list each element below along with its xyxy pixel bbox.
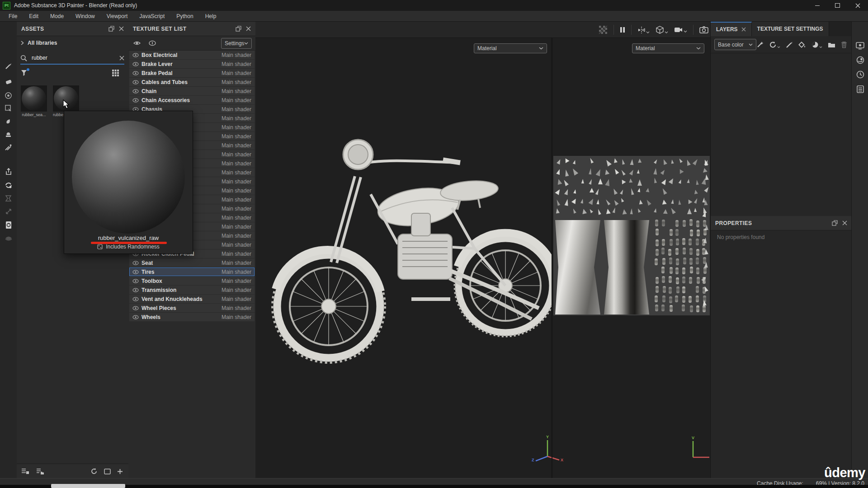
visibility-eye-icon[interactable]: [132, 80, 139, 84]
tab-layers[interactable]: LAYERS: [711, 22, 752, 36]
visibility-eye-icon[interactable]: [132, 306, 139, 310]
eraser-tool-button[interactable]: [0, 75, 17, 88]
visibility-eye-icon[interactable]: [132, 261, 139, 265]
visibility-sync-button[interactable]: [133, 40, 141, 47]
close-icon[interactable]: [246, 26, 251, 31]
log-button[interactable]: [852, 82, 868, 96]
shading-mode-dropdown-uv[interactable]: Material: [632, 43, 704, 53]
visibility-eye-icon[interactable]: [132, 53, 139, 57]
screenshot-button[interactable]: [699, 26, 708, 33]
clear-search-icon[interactable]: [119, 56, 124, 61]
bake-button[interactable]: [0, 192, 17, 205]
video-progress-fill[interactable]: [51, 484, 125, 488]
filter-button[interactable]: [20, 69, 28, 77]
camera-projection-button[interactable]: [656, 26, 668, 34]
folder-view-button[interactable]: [36, 468, 44, 474]
visibility-eye-icon[interactable]: [132, 288, 139, 292]
video-progress-track[interactable]: [0, 485, 868, 488]
pause-engine-button[interactable]: [620, 27, 625, 33]
resources-updater-button[interactable]: [0, 219, 17, 231]
minimize-button[interactable]: [807, 0, 827, 11]
add-effect-button[interactable]: [756, 41, 764, 48]
list-view-button[interactable]: [21, 468, 29, 474]
texture-set-row[interactable]: Wheel Pieces Main shader: [129, 304, 255, 312]
visibility-eye-icon[interactable]: [132, 98, 139, 103]
clone-tool-button[interactable]: [0, 128, 17, 141]
texture-set-row[interactable]: Vent and Knuckleheads Main shader: [129, 295, 255, 303]
shader-settings-button[interactable]: [852, 53, 868, 67]
texture-set-row[interactable]: Brake Pedal Main shader: [129, 69, 255, 77]
grid-view-button[interactable]: [112, 70, 119, 76]
close-icon[interactable]: [741, 27, 746, 32]
add-paint-layer-button[interactable]: [786, 41, 793, 48]
assets-panel-title: ASSETS: [17, 26, 44, 32]
texture-set-row[interactable]: Wheels Main shader: [129, 313, 255, 321]
texture-set-row[interactable]: Cables and Tubes Main shader: [129, 78, 255, 86]
smart-materials-button[interactable]: [0, 179, 17, 192]
camera-settings-button[interactable]: [674, 27, 687, 33]
visibility-eye-icon[interactable]: [132, 89, 139, 94]
viewport-split-divider[interactable]: [552, 38, 552, 478]
popout-icon[interactable]: [236, 26, 241, 32]
search-input[interactable]: [31, 54, 116, 61]
export-button[interactable]: [0, 165, 17, 178]
transform-button[interactable]: [0, 205, 17, 218]
texture-set-row[interactable]: Box Electrical Main shader: [129, 51, 255, 59]
visibility-eye-icon[interactable]: [132, 315, 139, 319]
material-picker-tool-button[interactable]: [0, 141, 17, 154]
viewport-main[interactable]: Material Material: [255, 38, 710, 478]
texture-set-row[interactable]: Chain Accessories Main shader: [129, 96, 255, 104]
all-libraries-selector[interactable]: All libraries: [20, 40, 57, 46]
popout-icon[interactable]: [108, 26, 114, 32]
texture-set-row[interactable]: Tires Main shader: [129, 267, 255, 276]
menu-item[interactable]: Python: [170, 11, 199, 22]
smudge-tool-button[interactable]: [0, 115, 17, 128]
motorcycle-3d-model[interactable]: [262, 131, 552, 371]
maximize-button[interactable]: [827, 0, 848, 11]
menu-item[interactable]: Help: [199, 11, 222, 22]
texture-set-row[interactable]: Seat Main shader: [129, 258, 255, 267]
popout-icon[interactable]: [832, 220, 838, 226]
close-button[interactable]: [848, 0, 868, 11]
visibility-eye-icon[interactable]: [132, 279, 139, 283]
shading-mode-dropdown-3d[interactable]: Material: [474, 43, 547, 53]
projection-tool-button[interactable]: [0, 89, 17, 102]
polygon-fill-tool-button[interactable]: [0, 102, 17, 114]
delete-layer-button[interactable]: [841, 41, 847, 48]
texture-set-row[interactable]: Chain Main shader: [129, 87, 255, 95]
visibility-eye-icon[interactable]: [132, 270, 139, 274]
texture-filtering-button[interactable]: [599, 25, 608, 34]
menu-item[interactable]: Viewport: [101, 11, 133, 22]
close-icon[interactable]: [119, 26, 124, 31]
tab-texture-set-settings[interactable]: TEXTURE SET SETTINGS: [752, 22, 829, 36]
solo-visibility-button[interactable]: [148, 40, 156, 47]
visibility-eye-icon[interactable]: [132, 297, 139, 301]
add-asset-button[interactable]: [117, 469, 123, 474]
history-button[interactable]: [852, 68, 868, 81]
asset-thumbnail[interactable]: [21, 85, 47, 112]
refresh-assets-button[interactable]: [90, 468, 98, 475]
visibility-eye-icon[interactable]: [132, 62, 139, 66]
add-smart-material-button[interactable]: [811, 41, 822, 48]
visibility-eye-icon[interactable]: [132, 71, 139, 75]
menu-item[interactable]: File: [3, 11, 23, 22]
close-icon[interactable]: [842, 221, 847, 225]
menu-item[interactable]: JavaScript: [133, 11, 170, 22]
paint-tool-button[interactable]: [0, 60, 17, 72]
uv-atlas[interactable]: [553, 156, 710, 315]
texture-set-row[interactable]: Transmission Main shader: [129, 286, 255, 294]
display-settings-button[interactable]: [852, 39, 868, 52]
add-group-button[interactable]: [828, 42, 835, 48]
menu-item[interactable]: Edit: [23, 11, 44, 22]
menu-item[interactable]: Mode: [44, 11, 70, 22]
texture-set-row[interactable]: Brake Lever Main shader: [129, 60, 255, 68]
community-assets-button[interactable]: [0, 232, 17, 245]
add-smart-layer-button[interactable]: [769, 41, 780, 48]
add-fill-layer-button[interactable]: [798, 41, 806, 48]
texture-set-settings-dropdown[interactable]: Settings: [221, 38, 252, 49]
menu-item[interactable]: Window: [70, 11, 101, 22]
texture-set-row[interactable]: Toolbox Main shader: [129, 277, 255, 285]
new-shelf-button[interactable]: [104, 469, 111, 474]
channel-dropdown[interactable]: Base color: [714, 39, 756, 50]
symmetry-button[interactable]: [637, 26, 650, 34]
